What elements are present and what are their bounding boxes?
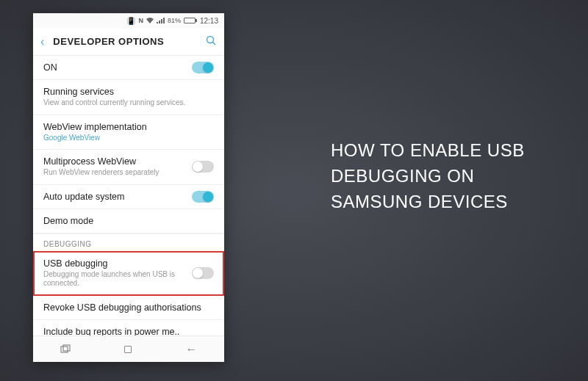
item-title: Demo mode	[43, 216, 214, 226]
auto-update-item[interactable]: Auto update system	[33, 185, 224, 209]
phone-screenshot: 📳 N 81% 12:13 ‹ DEVELOPER OPTIONS ON Run…	[33, 13, 224, 362]
app-bar: ‹ DEVELOPER OPTIONS	[33, 28, 224, 56]
master-label: ON	[43, 62, 57, 73]
settings-list: ON Running services View and control cur…	[33, 56, 224, 362]
auto-update-toggle[interactable]	[192, 191, 214, 203]
vibrate-icon: 📳	[126, 17, 135, 25]
item-title: Revoke USB debugging authorisations	[43, 302, 214, 313]
multiprocess-webview-item[interactable]: Multiprocess WebView Run WebView rendere…	[33, 150, 224, 185]
svg-rect-3	[63, 345, 70, 351]
master-toggle-row[interactable]: ON	[33, 56, 224, 80]
wifi-icon	[146, 17, 154, 25]
item-title: WebView implementation	[43, 122, 214, 132]
webview-item[interactable]: WebView implementation Google WebView	[33, 115, 224, 150]
svg-rect-2	[61, 346, 68, 352]
master-toggle[interactable]	[192, 62, 214, 73]
home-icon[interactable]	[124, 346, 132, 353]
status-bar: 📳 N 81% 12:13	[33, 13, 224, 28]
demo-mode-item[interactable]: Demo mode	[33, 209, 224, 233]
revoke-auth-item[interactable]: Revoke USB debugging authorisations	[33, 296, 224, 320]
section-debugging: DEBUGGING	[33, 233, 224, 251]
search-icon[interactable]	[206, 35, 217, 48]
item-title: Running services	[43, 87, 214, 97]
multiprocess-toggle[interactable]	[192, 161, 214, 173]
item-subtitle: View and control currently running servi…	[43, 98, 214, 108]
item-title: Multiprocess WebView	[43, 156, 214, 167]
battery-icon	[184, 18, 196, 23]
battery-percent: 81%	[168, 17, 181, 24]
item-subtitle: Run WebView renderers separately	[43, 168, 214, 178]
item-title: Auto update system	[43, 192, 214, 202]
running-services-item[interactable]: Running services View and control curren…	[33, 80, 224, 115]
page-title: DEVELOPER OPTIONS	[53, 36, 197, 47]
nfc-icon: N	[138, 17, 143, 24]
navigation-bar: ←	[33, 335, 224, 362]
item-subtitle: Google WebView	[43, 134, 214, 143]
usb-debugging-item[interactable]: USB debugging Debugging mode launches wh…	[33, 251, 224, 296]
usb-debugging-toggle[interactable]	[192, 267, 214, 279]
svg-point-0	[207, 36, 214, 43]
item-title: USB debugging	[43, 258, 214, 269]
clock: 12:13	[200, 17, 218, 25]
back-nav-icon[interactable]: ←	[185, 343, 197, 356]
signal-icon	[157, 18, 165, 23]
recents-icon[interactable]	[60, 344, 71, 355]
back-icon[interactable]: ‹	[40, 35, 44, 48]
svg-line-1	[213, 42, 216, 45]
item-subtitle: Debugging mode launches when USB is conn…	[43, 270, 214, 289]
banner-title: HOW TO ENABLE USB DEBUGGING ON SAMSUNG D…	[331, 138, 537, 214]
